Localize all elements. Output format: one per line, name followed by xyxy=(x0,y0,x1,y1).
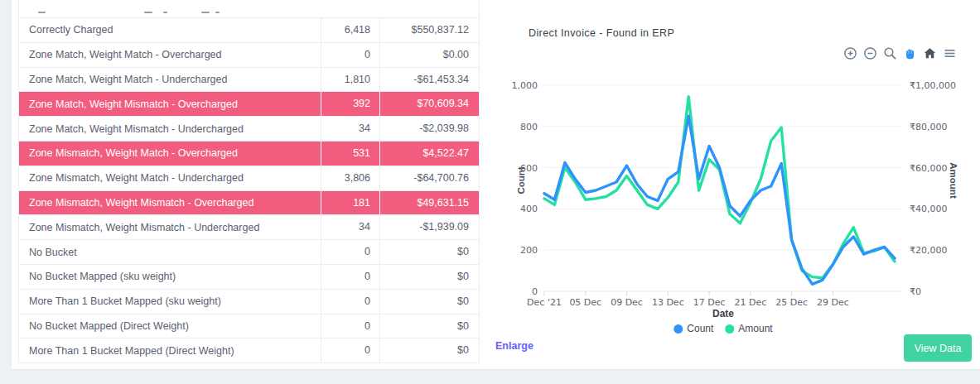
table-row[interactable]: No Bucket Mapped (sku weight) 0 $0 xyxy=(19,265,479,290)
bucket-label: No Bucket xyxy=(19,247,321,258)
bucket-label: More Than 1 Bucket Mapped (Direct Weight… xyxy=(19,345,321,357)
table-row[interactable]: Zone Mismatch, Weight Mismatch - Overcha… xyxy=(19,191,479,216)
clipped-text-remnant xyxy=(163,12,167,13)
chart-panel: Direct Invoice - Found in ERP xyxy=(497,0,980,370)
table-row[interactable]: Zone Mismatch, Weight Match - Undercharg… xyxy=(19,166,479,191)
svg-text:21 Dec: 21 Dec xyxy=(734,297,766,308)
bucket-label: Zone Match, Weight Match - Overcharged xyxy=(19,49,321,60)
bucket-amount: $49,631.15 xyxy=(379,191,479,215)
table-row[interactable]: Zone Match, Weight Match - Undercharged … xyxy=(19,68,479,93)
bucket-amount: -$64,700.76 xyxy=(379,166,479,190)
legend-marker xyxy=(725,324,734,334)
table-row[interactable]: Zone Mismatch, Weight Match - Overcharge… xyxy=(19,142,479,166)
bucket-label: Zone Mismatch, Weight Match - Overcharge… xyxy=(19,147,321,159)
table-row[interactable]: No Bucket Mapped (Direct Weight) 0 $0 xyxy=(19,314,479,339)
bucket-count: 6,418 xyxy=(321,18,379,42)
bucket-amount: $0 xyxy=(379,314,479,338)
svg-text:400: 400 xyxy=(520,204,538,214)
x-axis-title: Date xyxy=(712,308,734,319)
bucket-count: 0 xyxy=(321,265,379,289)
svg-text:₹0: ₹0 xyxy=(910,286,921,297)
bucket-summary-table: Correctly Charged 6,418 $550,837.12 Zone… xyxy=(18,0,480,363)
svg-text:Dec '21: Dec '21 xyxy=(527,297,562,308)
bucket-count: 0 xyxy=(321,314,379,338)
svg-text:13 Dec: 13 Dec xyxy=(652,297,684,308)
svg-text:200: 200 xyxy=(520,245,538,256)
svg-text:25 Dec: 25 Dec xyxy=(775,297,808,308)
left-axis-title: Count xyxy=(516,156,526,205)
bucket-count: 3,806 xyxy=(321,166,379,190)
bucket-count: 34 xyxy=(321,117,379,141)
svg-text:09 Dec: 09 Dec xyxy=(611,297,643,308)
enlarge-link[interactable]: Enlarge xyxy=(495,340,533,352)
bucket-count: 0 xyxy=(321,240,379,264)
bucket-count: 181 xyxy=(321,191,379,215)
right-axis-title: Amount xyxy=(949,156,958,205)
legend-item-count[interactable]: Count xyxy=(673,323,713,334)
svg-text:₹80,000: ₹80,000 xyxy=(910,122,948,132)
bucket-count: 392 xyxy=(321,92,379,116)
bucket-amount: $550,837.12 xyxy=(379,18,479,42)
bucket-label: Zone Match, Weight Match - Undercharged xyxy=(19,74,321,85)
svg-text:29 Dec: 29 Dec xyxy=(817,297,849,308)
svg-text:1,000: 1,000 xyxy=(512,80,538,91)
legend-marker xyxy=(673,324,683,334)
bucket-label: Zone Match, Weight Mismatch - Overcharge… xyxy=(19,98,321,110)
table-row[interactable]: Correctly Charged 6,418 $550,837.12 xyxy=(19,18,479,43)
table-row[interactable]: Zone Match, Weight Match - Overcharged 0… xyxy=(19,43,479,68)
clipped-text-remnant xyxy=(201,12,210,13)
clipped-text-remnant xyxy=(144,12,152,13)
legend-label: Amount xyxy=(738,323,772,334)
bucket-count: 531 xyxy=(321,142,379,166)
bucket-amount: $4,522.47 xyxy=(379,142,479,166)
bucket-count: 0 xyxy=(321,290,379,314)
svg-text:₹40,000: ₹40,000 xyxy=(910,204,948,214)
clipped-text-remnant xyxy=(215,12,220,13)
bucket-label: No Bucket Mapped (Direct Weight) xyxy=(19,320,321,332)
table-row[interactable]: No Bucket 0 $0 xyxy=(19,240,479,265)
table-row[interactable]: Zone Match, Weight Mismatch - Overcharge… xyxy=(19,92,479,117)
svg-text:₹1,00,000: ₹1,00,000 xyxy=(910,80,956,91)
bucket-amount: $0 xyxy=(379,240,479,264)
bucket-count: 0 xyxy=(321,43,379,67)
line-chart-canvas[interactable]: 0₹0200₹20,000400₹40,000600₹60,000800₹80,… xyxy=(497,0,980,339)
bucket-amount: $70,609.34 xyxy=(379,92,479,116)
bucket-amount: $0 xyxy=(379,290,479,314)
svg-text:₹20,000: ₹20,000 xyxy=(910,245,948,256)
bucket-label: No Bucket Mapped (sku weight) xyxy=(19,271,321,282)
svg-text:0: 0 xyxy=(532,286,538,297)
bucket-amount: $0 xyxy=(379,265,479,289)
clipped-row-remnant xyxy=(19,0,479,18)
bucket-amount: -$1,939.09 xyxy=(379,215,479,239)
svg-text:17 Dec: 17 Dec xyxy=(693,297,726,308)
bucket-count: 34 xyxy=(321,215,379,239)
table-row[interactable]: More Than 1 Bucket Mapped (sku weight) 0… xyxy=(19,290,479,314)
view-data-button[interactable]: View Data xyxy=(904,334,972,362)
legend-label: Count xyxy=(687,323,713,334)
svg-text:800: 800 xyxy=(520,122,538,132)
svg-text:05 Dec: 05 Dec xyxy=(569,297,601,308)
bucket-label: Zone Mismatch, Weight Mismatch - Overcha… xyxy=(19,197,321,209)
bucket-amount: -$61,453.34 xyxy=(379,68,479,92)
table-body: Correctly Charged 6,418 $550,837.12 Zone… xyxy=(19,18,479,363)
bucket-label: Zone Mismatch, Weight Match - Undercharg… xyxy=(19,172,321,184)
bucket-amount: -$2,039.98 xyxy=(379,117,479,141)
bucket-label: Zone Match, Weight Mismatch - Undercharg… xyxy=(19,123,321,135)
bucket-count: 0 xyxy=(321,338,379,362)
bucket-count: 1,810 xyxy=(321,68,379,92)
chart-legend: CountAmount xyxy=(673,323,772,334)
legend-item-amount[interactable]: Amount xyxy=(725,323,772,334)
bucket-label: More Than 1 Bucket Mapped (sku weight) xyxy=(19,295,321,307)
table-row[interactable]: Zone Mismatch, Weight Mismatch - Underch… xyxy=(19,215,479,240)
bucket-amount: $0 xyxy=(379,338,479,362)
bucket-label: Zone Mismatch, Weight Mismatch - Underch… xyxy=(19,222,321,233)
clipped-text-remnant xyxy=(38,12,46,13)
bucket-label: Correctly Charged xyxy=(19,24,321,36)
dashboard-card: Correctly Charged 6,418 $550,837.12 Zone… xyxy=(12,0,980,370)
table-row[interactable]: More Than 1 Bucket Mapped (Direct Weight… xyxy=(19,338,479,363)
svg-text:₹60,000: ₹60,000 xyxy=(910,163,948,174)
bucket-amount: $0.00 xyxy=(379,43,479,67)
table-row[interactable]: Zone Match, Weight Mismatch - Undercharg… xyxy=(19,117,479,142)
